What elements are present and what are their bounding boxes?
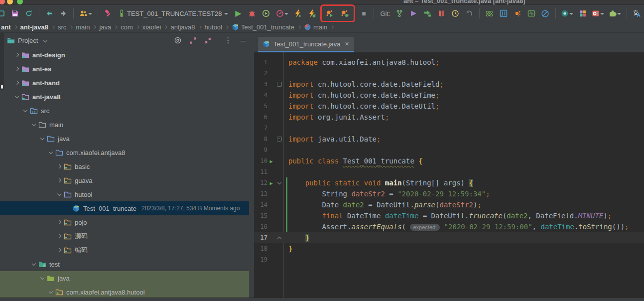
tree-item-basic[interactable]: basic: [0, 159, 249, 173]
tab-test-001-truncate[interactable]: Test_001_truncate.java ×: [258, 37, 354, 52]
locate-file-icon[interactable]: [172, 34, 184, 46]
run-gutter-icon[interactable]: ▶: [269, 158, 272, 164]
tree-item-hutool[interactable]: hutool: [0, 187, 249, 201]
chevron-down-icon[interactable]: [46, 152, 55, 153]
tree-item-java[interactable]: java: [0, 132, 249, 146]
git-branch-icon[interactable]: [393, 7, 405, 19]
chevron-right-icon[interactable]: [12, 67, 21, 70]
chevron-down-icon[interactable]: [55, 194, 64, 195]
code-line-6[interactable]: 6import org.junit.Assert;: [254, 112, 644, 123]
rerun-bolt-icon[interactable]: [292, 7, 304, 19]
chevron-right-icon[interactable]: [12, 81, 21, 84]
breadcrumb-item-main[interactable]: main: [76, 23, 90, 31]
tree-item-src[interactable]: src: [0, 104, 249, 118]
breadcrumb-item-xiaofei[interactable]: xiaofei: [142, 23, 161, 31]
search-dot-icon[interactable]: [560, 7, 575, 19]
prohibit-icon[interactable]: [539, 7, 551, 19]
tree-item-源码[interactable]: 源码: [0, 229, 249, 243]
tiles-plugin-icon[interactable]: [577, 7, 589, 19]
breadcrumb-item-hutool[interactable]: hutool: [205, 23, 222, 31]
project-panel-title[interactable]: Project: [18, 37, 38, 44]
options-kebab-icon[interactable]: ⋮: [222, 34, 234, 46]
chevron-down-icon[interactable]: [38, 278, 47, 279]
fold-collapse-icon[interactable]: −: [277, 82, 282, 87]
code-line-11[interactable]: 11: [254, 166, 644, 177]
code-line-16[interactable]: 16 Assert.assertEquals( expected: "2020-…: [254, 221, 644, 232]
code-line-7[interactable]: 7: [254, 123, 644, 134]
maximize-window-icon[interactable]: [17, 0, 23, 4]
code-line-17[interactable]: 17 }: [254, 232, 644, 243]
hide-panel-icon[interactable]: ─: [237, 34, 249, 46]
rollback-book-icon[interactable]: [435, 7, 447, 19]
chevron-down-icon[interactable]: [21, 110, 30, 112]
window-icon[interactable]: [0, 7, 7, 19]
breadcrumb-item-main[interactable]: main: [304, 23, 327, 31]
hotswap-run-icon[interactable]: [324, 7, 336, 19]
tree-item-com.xiaofei.antjava8[interactable]: com.xiaofei.antjava8: [0, 146, 249, 159]
code-line-10[interactable]: 10▶public class Test_001_truncate {: [254, 155, 644, 166]
code-line-18[interactable]: 18}: [254, 243, 644, 254]
breadcrumb-item-test_001_truncate[interactable]: Test_001_truncate: [232, 23, 294, 31]
run-configuration-select[interactable]: TEST_001_TRUNCATE.TEST28: [116, 9, 230, 17]
tree-item-test_001_truncate[interactable]: Test_001_truncate2023/3/8, 17:27, 534 B …: [0, 201, 249, 215]
close-window-icon[interactable]: [0, 0, 5, 4]
run-gutter-icon[interactable]: ▶: [269, 180, 272, 186]
hotswap-debug-icon[interactable]: [339, 7, 351, 19]
fold-start-icon[interactable]: [277, 180, 281, 184]
run-icon[interactable]: ▶: [232, 7, 244, 19]
ji-plugin-icon[interactable]: [498, 7, 510, 19]
code-line-3[interactable]: 3−import cn.hutool.core.date.DateField;: [254, 79, 644, 90]
oi-plugin-icon[interactable]: [591, 7, 606, 19]
chevron-right-icon[interactable]: [55, 179, 64, 182]
code-line-2[interactable]: 2: [254, 68, 644, 79]
breadcrumb-item-antjava8[interactable]: antjava8: [170, 23, 195, 31]
code-line-15[interactable]: 15 final DateTime dateTime = DateUtil.tr…: [254, 210, 644, 221]
tree-item-test[interactable]: test: [0, 257, 249, 271]
save-icon[interactable]: [9, 7, 21, 19]
tree-item-main[interactable]: main: [0, 118, 249, 132]
breadcrumb-item-ant-java8[interactable]: ant-java8: [20, 23, 48, 31]
build-hammer-icon[interactable]: [102, 7, 114, 19]
tree-item-ant-java8[interactable]: ant-java8: [0, 90, 249, 104]
tree-item-ant-es[interactable]: ant-es: [0, 62, 249, 76]
update-project-icon[interactable]: [407, 7, 419, 19]
minimize-window-icon[interactable]: [7, 0, 13, 4]
fold-collapse-icon[interactable]: −: [277, 137, 282, 142]
tree-item-com.xiaofei.antjava8.hutool[interactable]: com.xiaofei.antjava8.hutool: [0, 285, 249, 298]
chevron-right-icon[interactable]: [12, 53, 21, 56]
sync-icon[interactable]: [23, 7, 35, 19]
expand-all-icon[interactable]: [187, 34, 199, 46]
back-icon[interactable]: [43, 7, 55, 19]
history-icon[interactable]: [449, 7, 461, 19]
breadcrumb-item-com[interactable]: com: [121, 23, 133, 31]
users-icon[interactable]: [78, 7, 94, 19]
tree-item-java[interactable]: java: [0, 271, 249, 285]
tree-item-编码[interactable]: 编码: [0, 243, 249, 257]
atom-plugin-icon[interactable]: [484, 7, 496, 19]
tree-item-guava[interactable]: guava: [0, 173, 249, 187]
puzzle-plugin-icon[interactable]: [608, 7, 623, 19]
breadcrumb-item-ant[interactable]: ant: [1, 23, 11, 31]
push-icon[interactable]: [421, 7, 433, 19]
profiler-icon[interactable]: [274, 7, 290, 19]
code-line-13[interactable]: 13 String dateStr2 = "2020-02-29 12:59:3…: [254, 188, 644, 199]
chevron-down-icon[interactable]: [38, 138, 47, 140]
code-line-8[interactable]: 8−import java.util.Date;: [254, 134, 644, 145]
tree-item-ant-hand[interactable]: ant-hand: [0, 76, 249, 90]
chevron-down-icon[interactable]: [12, 96, 21, 98]
code-line-1[interactable]: 1package com.xiaofei.antjava8.hutool;: [254, 57, 644, 68]
chevron-down-icon[interactable]: [29, 124, 38, 126]
chevron-down-icon[interactable]: [29, 264, 38, 265]
chevron-right-icon[interactable]: [55, 249, 64, 252]
code-line-19[interactable]: 19: [254, 254, 644, 265]
stop-icon[interactable]: ■: [358, 7, 370, 19]
tree-item-pojo[interactable]: pojo: [0, 215, 249, 229]
translate-icon[interactable]: [631, 7, 643, 19]
code-line-4[interactable]: 4import cn.hutool.core.date.DateTime;: [254, 90, 644, 101]
close-icon[interactable]: ×: [345, 40, 349, 48]
code-line-9[interactable]: 9: [254, 145, 644, 155]
code-line-14[interactable]: 14 Date date2 = DateUtil.parse(dateStr2)…: [254, 199, 644, 210]
splat-plugin-icon[interactable]: [512, 7, 523, 19]
coverage-icon[interactable]: [260, 7, 272, 19]
rerun-debug-bolt-icon[interactable]: [306, 7, 318, 19]
